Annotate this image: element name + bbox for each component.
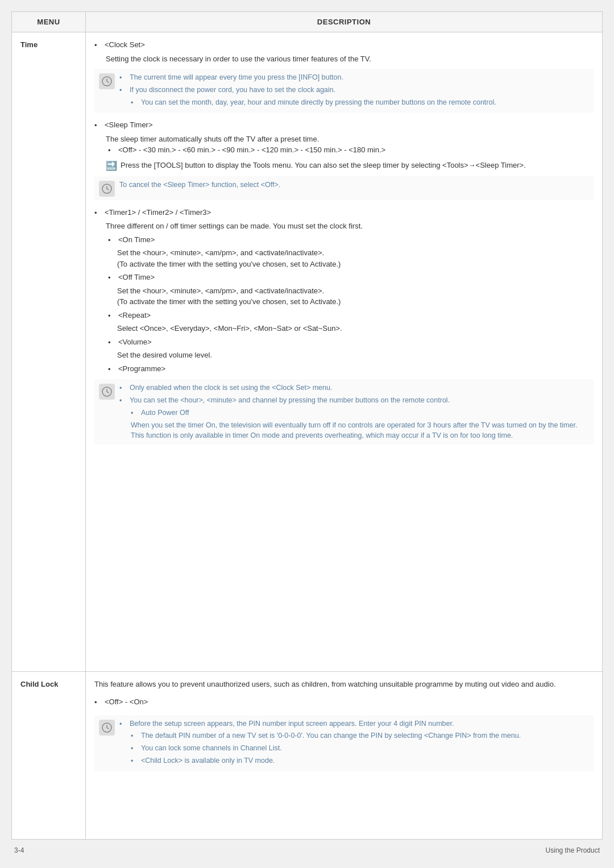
nsb1-text: You can set the month, day, year, hour a…	[141, 97, 496, 108]
note-icon-clock	[99, 73, 115, 89]
cln4-text: <Child Lock> is available only in TV mod…	[141, 755, 275, 766]
note-icon-timer	[99, 384, 115, 400]
sleep-timer-text: The sleep timer automatically shuts off …	[106, 134, 594, 145]
desc-time: • <Clock Set> Setting the clock is neces…	[86, 32, 603, 672]
prog-dot: •	[108, 364, 116, 375]
cl-note-4: • <Child Lock> is available only in TV m…	[131, 755, 589, 767]
cl-options-bullet: • <Off> - <On>	[94, 696, 594, 708]
cl-note-1: • Before the setup screen appears, the P…	[119, 719, 589, 730]
cln3-dot: •	[131, 744, 139, 754]
rep-dot: •	[108, 310, 116, 322]
tools-icon: 🔜	[106, 159, 117, 173]
cl-note-3: • You can lock some channels in Channel …	[131, 743, 589, 754]
sleep-timer-options: • <Off> - <30 min.> - <60 min.> - <90 mi…	[108, 144, 594, 156]
cln2-text: The default PIN number of a new TV set i…	[141, 730, 521, 741]
st-bullet-dot: •	[94, 120, 102, 131]
note-sub-bullet-1: • You can set the month, day, year, hour…	[131, 97, 589, 109]
page-number: 3-4	[14, 846, 24, 854]
repeat-label: <Repeat>	[118, 310, 151, 321]
childlock-intro: This feature allows you to prevent unaut…	[94, 679, 594, 690]
tools-note-text: Press the [TOOLS] button to display the …	[121, 160, 526, 171]
sto-text: <Off> - <30 min.> - <60 min.> - <90 min.…	[118, 144, 385, 156]
tnsb-dot: •	[131, 408, 139, 419]
sleep-cancel-content: To cancel the <Sleep Timer> function, se…	[119, 180, 589, 192]
programme-bullet: • <Programme>	[108, 363, 594, 375]
on-time-bullet: • <On Time>	[108, 234, 594, 246]
volume-label: <Volume>	[118, 337, 152, 348]
sleep-timer-label: <Sleep Timer>	[105, 119, 153, 131]
note-bullet-1: • The current time will appear every tim…	[119, 72, 589, 84]
sleep-cancel-text: To cancel the <Sleep Timer> function, se…	[119, 180, 589, 190]
auto-power-off-label: Auto Power Off	[141, 408, 189, 418]
sleep-timer-section: • <Sleep Timer> The sleep timer automati…	[94, 119, 594, 200]
volume-bullet: • <Volume>	[108, 337, 594, 348]
content-table: MENU DESCRIPTION Time • <Clock Set> Sett	[11, 11, 603, 840]
sto-dot: •	[108, 145, 116, 156]
ot-dot: •	[108, 235, 116, 246]
tools-note: 🔜 Press the [TOOLS] button to display th…	[106, 160, 594, 173]
desc-childlock: This feature allows you to prevent unaut…	[86, 671, 603, 839]
bullet-dot: •	[94, 40, 102, 51]
clock-set-section: • <Clock Set> Setting the clock is neces…	[94, 39, 594, 113]
on-time-text2: (To activate the timer with the setting …	[117, 259, 594, 270]
timer-section: • <Timer1> / <Timer2> / <Timer3> Three d…	[94, 207, 594, 445]
cln1-dot: •	[119, 719, 127, 730]
cl-options-text: <Off> - <On>	[105, 696, 148, 708]
repeat-bullet: • <Repeat>	[108, 310, 594, 322]
clock-set-text: Setting the clock is necessary in order …	[106, 53, 594, 65]
clock-set-bullet: • <Clock Set>	[94, 39, 594, 51]
timer-note: • Only enabled when the clock is set usi…	[94, 379, 594, 445]
nsb1-dot: •	[131, 98, 139, 109]
timer-label: <Timer1> / <Timer2> / <Timer3>	[105, 207, 211, 218]
tnb1-dot: •	[119, 383, 127, 394]
footer-label: Using the Product	[546, 846, 600, 854]
nb2-dot: •	[119, 85, 127, 96]
cl-note-2: • The default PIN number of a new TV set…	[131, 730, 589, 742]
timer-bullet: • <Timer1> / <Timer2> / <Timer3>	[94, 207, 594, 219]
nb1-dot: •	[119, 73, 127, 84]
clock-set-note: • The current time will appear every tim…	[94, 69, 594, 113]
off-time-bullet: • <Off Time>	[108, 272, 594, 284]
menu-label-time: Time	[12, 32, 86, 672]
childlock-note: • Before the setup screen appears, the P…	[94, 715, 594, 771]
on-time-label: <On Time>	[118, 234, 155, 246]
tn-bullet-2: • You can set the <hour>, <minute> and c…	[119, 395, 589, 406]
table-row-childlock: Child Lock This feature allows you to pr…	[12, 671, 603, 839]
table-row-time: Time • <Clock Set> Setting the clock is …	[12, 32, 603, 672]
auto-power-off-text: When you set the timer On, the televisio…	[131, 420, 589, 442]
clock-set-label: <Clock Set>	[105, 39, 145, 51]
t-bullet-dot: •	[94, 207, 102, 219]
childlock-options: • <Off> - <On>	[94, 696, 594, 708]
sleep-cancel-note: To cancel the <Sleep Timer> function, se…	[94, 176, 594, 200]
cln1-text: Before the setup screen appears, the PIN…	[130, 719, 454, 729]
cl-dot: •	[94, 697, 102, 708]
timer-intro: Three different on / off timer settings …	[106, 221, 594, 232]
off-time-text1: Set the <hour>, <minute>, <am/pm>, and <…	[117, 285, 594, 297]
tnb1-text: Only enabled when the clock is set using…	[130, 383, 332, 393]
tnb2-text: You can set the <hour>, <minute> and cha…	[130, 395, 450, 406]
tn-sub-bullet-apo: • Auto Power Off	[131, 408, 589, 419]
programme-label: <Programme>	[118, 363, 165, 375]
off-time-text2: (To activate the timer with the setting …	[117, 296, 594, 308]
cln4-dot: •	[131, 756, 139, 767]
oft-dot: •	[108, 272, 116, 284]
cln2-dot: •	[131, 731, 139, 742]
repeat-text: Select <Once>, <Everyday>, <Mon~Fri>, <M…	[117, 323, 594, 334]
cln3-text: You can lock some channels in Channel Li…	[141, 743, 282, 754]
vol-dot: •	[108, 337, 116, 348]
clock-note-content: • The current time will appear every tim…	[119, 72, 589, 109]
header-desc: DESCRIPTION	[86, 12, 603, 32]
nb2-text: If you disconnect the power cord, you ha…	[130, 85, 335, 95]
childlock-note-content: • Before the setup screen appears, the P…	[119, 719, 589, 768]
note-icon-childlock	[99, 720, 115, 736]
tnb2-dot: •	[119, 396, 127, 406]
note-icon-sleep	[99, 181, 115, 197]
note-bullet-2: • If you disconnect the power cord, you …	[119, 85, 589, 96]
timer-note-content: • Only enabled when the clock is set usi…	[119, 383, 589, 441]
on-time-text1: Set the <hour>, <minute>, <am/pm>, and <…	[117, 247, 594, 259]
page-footer: 3-4 Using the Product	[11, 840, 603, 857]
volume-text: Set the desired volume level.	[117, 350, 594, 361]
sleep-timer-bullet: • <Sleep Timer>	[94, 119, 594, 131]
nb1-text: The current time will appear every time …	[130, 72, 343, 83]
tn-bullet-1: • Only enabled when the clock is set usi…	[119, 383, 589, 394]
